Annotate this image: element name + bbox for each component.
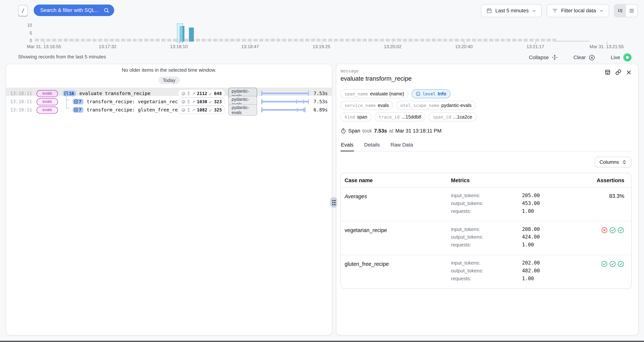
plus-square-icon <box>74 99 78 104</box>
copy-link-icon[interactable] <box>615 69 622 75</box>
list-view-toggle[interactable] <box>626 5 638 17</box>
collapse-children-badge[interactable]: 16 <box>63 91 76 96</box>
output-tokens-count: 323 <box>214 99 222 104</box>
x-axis-tick-label: 13:17:32 <box>99 44 116 49</box>
live-toggle[interactable]: Live <box>608 53 634 62</box>
span-attribute-tags: span_name evaluate {name} level Info ser… <box>340 89 632 121</box>
x-axis-tick <box>179 42 180 44</box>
duration-text: 7.53s <box>312 91 332 96</box>
evals-tag-badge: evals <box>36 106 58 113</box>
coin-icon <box>181 107 186 112</box>
histogram-plot-area[interactable]: Mar 31. 13:16:5513:17:3213:18:1013:18:47… <box>35 24 639 48</box>
input-tokens-count: 1082 <box>197 107 208 112</box>
output-tokens-count: 648 <box>214 91 222 96</box>
records-histogram[interactable]: 10 5 0 Mar 31. 13:16:5513:17:3213:18:101… <box>0 23 644 50</box>
sigma-icon: Σ <box>187 107 190 112</box>
col-assertions: Assertions <box>563 177 624 184</box>
x-axis-tick <box>392 42 393 44</box>
x-axis-tick <box>108 42 108 44</box>
span-name-text: transform_recipe: gluten_free_recipe <box>87 107 186 113</box>
expand-children-badge[interactable]: 7 <box>73 107 84 113</box>
tag-span-id[interactable]: span_id ...1ca2ce <box>429 112 476 121</box>
search-button[interactable]: Search & filter with SQL... <box>34 5 114 16</box>
tree-view-toggle[interactable] <box>614 5 626 17</box>
trace-list-panel: No older items in the selected time wind… <box>6 64 332 335</box>
assertion-pass-icon <box>609 260 616 267</box>
search-icon <box>104 8 109 13</box>
trace-rows: 13:18:11 evals 16 evaluate transform_rec… <box>6 88 332 112</box>
arrow-down-left-icon: ↙ <box>209 99 212 104</box>
assertion-icons <box>563 260 624 284</box>
live-indicator-icon <box>623 53 632 62</box>
histogram-bar[interactable] <box>189 28 194 42</box>
eval-case-row-averages[interactable]: Averages input_tokens:205.00 output_toke… <box>341 188 631 221</box>
duration-text: 7.53s <box>312 99 332 105</box>
duration-bar <box>261 106 309 114</box>
x-axis-tick <box>606 42 607 44</box>
columns-button[interactable]: Columns <box>594 157 632 167</box>
eval-case-row-gluten-free-recipe[interactable]: gluten_free_recipe input_tokens:202.00 o… <box>341 255 631 289</box>
app-window: / Search & filter with SQL... Last 5 min… <box>0 0 644 342</box>
arrow-up-right-icon: ↗ <box>192 99 195 104</box>
row-timestamp: 13:18:11 <box>10 91 33 96</box>
assertion-pass-icon <box>617 260 624 267</box>
search-button-label: Search & filter with SQL... <box>40 8 99 13</box>
record-kind-label: message <box>340 68 632 73</box>
col-case-name: Case name <box>344 177 451 184</box>
x-axis-tick <box>322 42 322 44</box>
close-panel-icon[interactable] <box>626 69 632 75</box>
sigma-icon: Σ <box>187 91 190 96</box>
coin-icon <box>181 91 186 96</box>
minus-square-icon <box>64 91 68 95</box>
expand-children-badge[interactable]: 7 <box>73 99 84 105</box>
tag-trace-id[interactable]: trace_id ...15ddb8 <box>375 112 426 121</box>
live-label: Live <box>611 55 620 60</box>
evals-tag-badge: evals <box>36 98 58 105</box>
view-mode-toggle <box>614 4 638 17</box>
tag-service-name[interactable]: service_name evals <box>340 101 393 110</box>
selected-bucket-highlight <box>177 23 183 42</box>
row-timestamp: 13:18:11 <box>10 107 33 113</box>
tag-otel-scope-name[interactable]: otel_scope_name pydantic-evals <box>396 101 476 110</box>
input-tokens-count: 2112 <box>197 91 208 96</box>
panel-resize-handle[interactable] <box>330 197 337 208</box>
x-axis-tick-label: 13:18:10 <box>170 44 188 49</box>
x-axis-tick-label: 13:20:02 <box>384 44 402 49</box>
filter-local-data-dropdown[interactable]: Filter local data <box>547 4 609 17</box>
status-row: Showing records from the last 5 minutes … <box>0 53 644 62</box>
window-bottom-edge <box>0 341 644 342</box>
assertion-pass-icon <box>617 227 624 234</box>
x-axis-tick <box>464 42 464 44</box>
y-axis-tick-0: 0 <box>16 38 32 43</box>
tag-span-name[interactable]: span_name evaluate {name} <box>340 89 408 98</box>
collapse-button[interactable]: Collapse <box>526 54 560 61</box>
filter-label: Filter local data <box>561 8 596 14</box>
assertion-pass-icon <box>601 260 608 267</box>
clear-button[interactable]: Clear <box>571 54 598 61</box>
time-range-dropdown[interactable]: Last 5 minutes <box>481 4 542 17</box>
tab-raw-data[interactable]: Raw Data <box>390 140 413 151</box>
coin-icon <box>181 99 186 104</box>
y-axis-tick-5: 5 <box>16 30 32 35</box>
today-pill: Today <box>158 77 180 84</box>
tab-details[interactable]: Details <box>364 140 380 151</box>
span-detail-panel: message evaluate transform_recipe span_n… <box>336 64 638 335</box>
clear-button-label: Clear <box>574 55 586 60</box>
eval-case-row-vegetarian-recipe[interactable]: vegetarian_recipe input_tokens:208.00 ou… <box>341 221 631 255</box>
dock-panel-icon[interactable] <box>604 69 611 75</box>
x-axis-tick-label: Mar 31. 13:21:55 <box>590 44 624 49</box>
token-usage-pill: Σ ↗ 1030 ↙ 323 <box>178 97 225 106</box>
trace-row-evaluate-transform-recipe[interactable]: 13:18:11 evals 16 evaluate transform_rec… <box>6 88 332 96</box>
clear-circle-x-icon <box>589 54 595 61</box>
x-axis-tick-label: 13:20:40 <box>455 44 472 49</box>
x-axis-tick-label: Mar 31. 13:16:55 <box>27 44 61 49</box>
span-name-text: transform_recipe: vegetarian_recipe <box>87 99 186 105</box>
duration-text: 6.89s <box>312 107 332 113</box>
child-count: 7 <box>79 107 82 112</box>
stopwatch-icon <box>340 128 346 134</box>
tab-evals[interactable]: Evals <box>340 140 354 151</box>
token-usage-pill: Σ ↗ 1082 ↙ 325 <box>178 106 225 114</box>
tag-kind[interactable]: kind span <box>340 112 372 121</box>
tag-level[interactable]: level Info <box>412 89 450 98</box>
x-axis-tick-label: 13:19:25 <box>313 44 330 49</box>
